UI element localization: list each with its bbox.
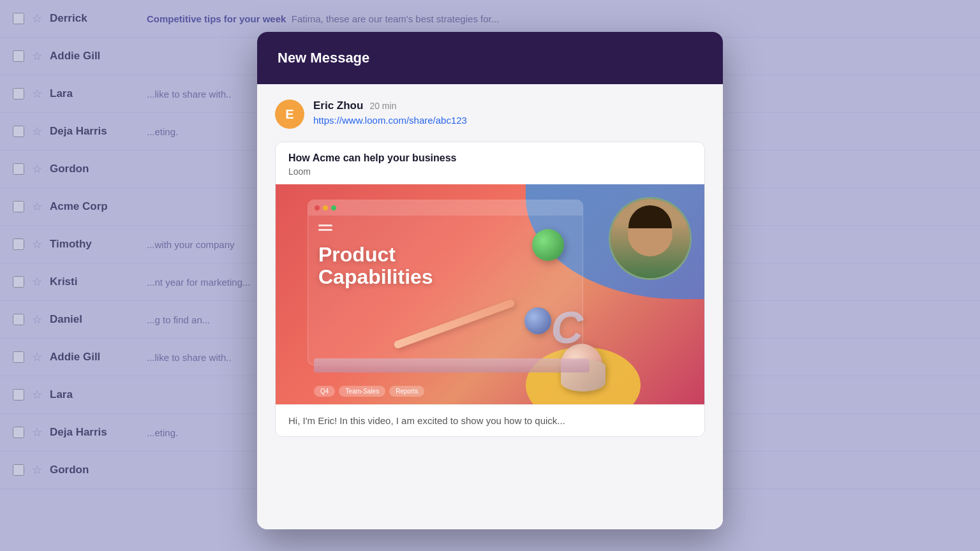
hamburger-line (318, 229, 332, 231)
browser-titlebar (308, 200, 583, 216)
video-card-source: Loom (288, 166, 692, 177)
sender-name-time: Eric Zhou 20 min (313, 99, 467, 112)
person-face (611, 199, 690, 278)
tag-reports: Reports (389, 386, 424, 397)
modal-overlay: New Message E Eric Zhou 20 min https://w… (0, 0, 980, 551)
window-close-dot (315, 205, 320, 210)
ball-blue (524, 307, 551, 334)
video-card-title: How Acme can help your business (288, 152, 692, 164)
sender-row: E Eric Zhou 20 min https://www.loom.com/… (275, 99, 705, 129)
person-hair (628, 205, 672, 228)
window-maximize-dot (331, 205, 336, 210)
new-message-modal: New Message E Eric Zhou 20 min https://w… (257, 32, 723, 529)
modal-header: New Message (257, 32, 723, 84)
sender-info: Eric Zhou 20 min https://www.loom.com/sh… (313, 99, 467, 126)
video-caption: Hi, I'm Eric! In this video, I am excite… (276, 404, 704, 436)
avatar: E (275, 99, 304, 129)
modal-body: E Eric Zhou 20 min https://www.loom.com/… (257, 84, 723, 529)
tag-team-sales: Team-Sales (339, 386, 385, 397)
modal-title: New Message (278, 50, 702, 66)
video-card-text: How Acme can help your business Loom (276, 142, 704, 184)
send-time: 20 min (369, 101, 396, 111)
person-avatar (609, 197, 692, 280)
shelf-decoration (314, 358, 590, 372)
browser-chrome: Product Capabilities (308, 200, 583, 365)
tag-q4: Q4 (314, 386, 335, 397)
video-card: How Acme can help your business Loom (275, 142, 705, 437)
hamburger-line (318, 224, 332, 226)
video-tags: Q4 Team-Sales Reports (314, 386, 424, 397)
loom-link[interactable]: https://www.loom.com/share/abc123 (313, 115, 467, 126)
ball-green (532, 229, 564, 261)
window-minimize-dot (323, 205, 328, 210)
sender-full-name: Eric Zhou (313, 99, 363, 112)
letter-c-decoration: C (551, 302, 583, 353)
video-thumbnail[interactable]: Product Capabilities C (276, 184, 704, 404)
hamburger-menu (318, 224, 572, 231)
